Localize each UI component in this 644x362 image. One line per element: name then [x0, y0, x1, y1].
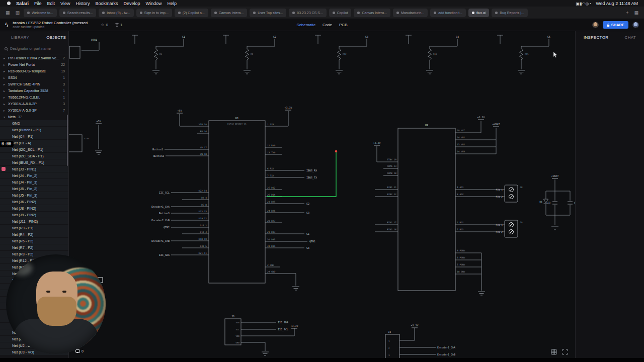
tab-library[interactable]: LIBRARY	[11, 35, 29, 40]
menu-clock[interactable]: Wed Aug 2 11:48 AM	[596, 1, 638, 6]
net-row[interactable]: Net (R6 - P2)	[0, 238, 68, 244]
collaborator-avatar[interactable]	[592, 22, 599, 28]
share-button[interactable]: SHARE	[603, 21, 628, 29]
tab-grid-icon[interactable]: ▦	[632, 10, 640, 15]
browser-tab[interactable]: (2) Copilot a...	[175, 9, 208, 17]
net-row[interactable]: Net (I2C_SDA - P1)	[0, 153, 68, 159]
favicon	[178, 12, 181, 14]
user-avatar[interactable]	[632, 22, 639, 28]
menu-item-help[interactable]: Help	[167, 1, 177, 6]
display-icon[interactable]: ▣	[576, 2, 580, 6]
net-row[interactable]: Net (R3 - P1)	[0, 225, 68, 231]
menu-item-bookmarks[interactable]: Bookmarks	[95, 1, 118, 6]
search-input[interactable]	[10, 46, 64, 51]
tab-objects[interactable]: OBJECTS	[46, 35, 66, 40]
macos-menu-bar: SafariFileEditViewHistoryBookmarksDevelo…	[0, 0, 644, 7]
browser-tab[interactable]: Canvas Intera...	[354, 9, 390, 17]
tab-chat[interactable]: CHAT	[625, 35, 636, 40]
grid-view-icon[interactable]	[551, 349, 557, 355]
browser-tab[interactable]: User Top sites...	[250, 9, 286, 17]
tab-overview-icon[interactable]: ▦	[4, 10, 12, 15]
tab-inspector[interactable]: INSPECTOR	[584, 35, 608, 40]
object-row[interactable]: ▸TB6612FNG,C,8,EL1	[0, 94, 68, 101]
object-row[interactable]: ▸Power Net Portal22	[0, 61, 68, 68]
svg-text:3 VO: 3 VO	[84, 137, 90, 140]
nets-header[interactable]: ▾ Nets 37	[0, 114, 68, 120]
menu-items: SafariFileEditViewHistoryBookmarksDevelo…	[16, 1, 177, 6]
browser-tab[interactable]: Copilot	[329, 9, 352, 17]
browser-tab[interactable]: Search results...	[59, 9, 97, 17]
sidebar-icon[interactable]: ▥	[14, 10, 22, 15]
object-row[interactable]: ▸SS341	[0, 74, 68, 81]
chevron-right-icon: ▸	[4, 82, 8, 86]
menu-item-view[interactable]: View	[60, 1, 70, 6]
breadcrumb[interactable]: brooks / ESP32 Robot Controller (messed …	[13, 21, 88, 29]
browser-tab[interactable]: flux.ai	[468, 9, 489, 17]
object-row[interactable]: ▸Pin Header 01x04 2.54mm Ve...2	[0, 55, 68, 61]
svg-text:I2C_SCL: I2C_SCL	[159, 191, 170, 195]
chat-count-badge[interactable]: 0	[75, 349, 84, 353]
add-tab-icon[interactable]: +	[624, 10, 630, 15]
browser-tab[interactable]: 03.23.23 CS S...	[289, 9, 326, 17]
menu-item-window[interactable]: Window	[145, 1, 162, 6]
view-tab-code[interactable]: Code	[323, 23, 332, 27]
object-row[interactable]: ▸Tantalum Capacitor 35281	[0, 87, 68, 94]
svg-text:PIN 2: PIN 2	[496, 231, 503, 233]
control-center-icon[interactable]: ◔	[589, 2, 591, 6]
browser-tab[interactable]: Sign in to imp...	[136, 9, 172, 17]
view-tab-schematic[interactable]: Schematic	[297, 23, 315, 27]
star-stat[interactable]: ☆0	[101, 23, 108, 27]
object-row[interactable]: ▸SWITCH SMD 4PIN3	[0, 81, 68, 87]
schematic[interactable]: +5V+5V+3.3V+3.3V+3.3V+VBAT+VBAT+3.3V+3.3…	[69, 31, 575, 358]
project-title[interactable]: brooks / ESP32 Robot Controller (messed	[13, 21, 88, 25]
svg-text:C3: C3	[548, 202, 551, 204]
menu-item-edit[interactable]: Edit	[47, 1, 55, 6]
net-row[interactable]: Net (J3 - PIN1)	[0, 166, 68, 172]
browser-tab[interactable]: Canvas Intera...	[211, 9, 247, 17]
browser-tab[interactable]: Inbox (9) - tw...	[99, 9, 133, 17]
net-row[interactable]: Net (Button1 - P1)	[0, 127, 68, 133]
favicon	[434, 12, 436, 14]
svg-text:PWMA 23: PWMA 23	[387, 165, 396, 167]
net-row[interactable]: GND	[0, 120, 68, 126]
net-row[interactable]: Net (J8 - PIN2)	[0, 205, 68, 211]
browser-tab[interactable]: Welcome to...	[24, 9, 57, 17]
net-row[interactable]: Net (J5 - Pin_3)	[0, 192, 68, 198]
canvas-tools	[551, 349, 568, 355]
menu-item-develop[interactable]: Develop	[123, 1, 140, 6]
net-row[interactable]: Net (C4 - P1)	[0, 133, 68, 139]
flux-logo-icon[interactable]: ϟ	[5, 22, 8, 29]
net-row[interactable]: Net (J9 - PIN2)	[0, 212, 68, 218]
net-row[interactable]: Net (J6 - PIN2)	[0, 199, 68, 205]
svg-text:3 PGND: 3 PGND	[457, 256, 465, 259]
net-row[interactable]: Net (I2C_SCL - P1)	[0, 146, 68, 152]
net-row[interactable]: Net (J4 - Pin_2)	[0, 172, 68, 178]
menu-item-history[interactable]: History	[75, 1, 90, 6]
net-row[interactable]: Net (J5 - Pin_2)	[0, 186, 68, 192]
svg-text:IBUS_TX: IBUS_TX	[306, 176, 317, 179]
net-row[interactable]: Net (J4 - Pin_3)	[0, 179, 68, 185]
net-row[interactable]: Net (J11 - PIN2)	[0, 218, 68, 224]
object-row[interactable]: ▸XY301V-A-5.0-3P7	[0, 107, 68, 114]
sidebar-scrollbar[interactable]	[67, 115, 68, 166]
svg-text:D23 15: D23 15	[199, 210, 207, 213]
menu-item-safari[interactable]: Safari	[16, 1, 29, 6]
svg-text:STBY 19: STBY 19	[387, 158, 396, 161]
browser-tab[interactable]: add function t...	[430, 9, 466, 17]
fork-stat[interactable]: 1	[115, 23, 122, 27]
view-tab-pcb[interactable]: PCB	[339, 23, 347, 27]
object-row[interactable]: ▸XY301V-A-5.0-2P3	[0, 101, 68, 107]
net-row[interactable]: Net (R4 - P2)	[0, 231, 68, 237]
net-row[interactable]: Net (R7 - P2)	[0, 244, 68, 250]
svg-text:14 VM3: 14 VM3	[457, 150, 465, 153]
net-row[interactable]: Net (IBUS_RX - P1)	[0, 159, 68, 165]
menu-item-file[interactable]: File	[34, 1, 42, 6]
screen: SafariFileEditViewHistoryBookmarksDevelo…	[0, 0, 644, 362]
fullscreen-icon[interactable]	[562, 349, 568, 355]
svg-text:21 D33: 21 D33	[267, 231, 276, 233]
object-row[interactable]: ▸Res-0603-US-Template19	[0, 68, 68, 74]
svg-text:VP 17: VP 17	[200, 146, 207, 149]
browser-tab[interactable]: Bug Reports |...	[492, 9, 528, 17]
browser-tab[interactable]: Manufacturin...	[393, 9, 428, 17]
apple-menu-icon[interactable]	[7, 2, 11, 5]
